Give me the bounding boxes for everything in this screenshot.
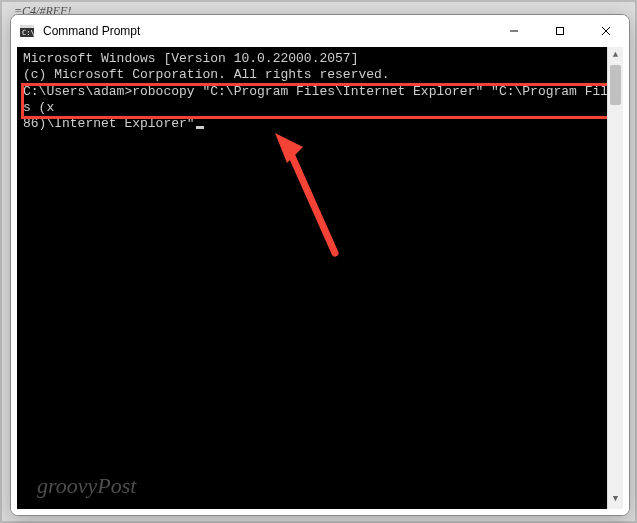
scrollbar[interactable]: ▲ ▼ — [607, 47, 623, 509]
svg-text:C:\: C:\ — [22, 29, 35, 37]
annotation-arrow-icon — [273, 133, 353, 263]
cursor-icon — [196, 126, 204, 129]
window-title: Command Prompt — [43, 24, 491, 38]
watermark: groovyPost — [37, 472, 136, 500]
terminal-line: (c) Microsoft Corporation. All rights re… — [23, 67, 617, 83]
svg-line-8 — [287, 145, 335, 253]
scroll-track[interactable] — [608, 65, 623, 491]
terminal-line: Microsoft Windows [Version 10.0.22000.20… — [23, 51, 617, 67]
terminal-command-line: 86)\Internet Explorer" — [23, 116, 617, 132]
close-button[interactable] — [583, 15, 629, 47]
minimize-button[interactable] — [491, 15, 537, 47]
cmd-icon: C:\ — [19, 23, 35, 39]
titlebar[interactable]: C:\ Command Prompt — [11, 15, 629, 47]
scroll-down-button[interactable]: ▼ — [608, 491, 623, 509]
terminal-command-line: C:\Users\adam>robocopy "C:\Program Files… — [23, 84, 617, 117]
svg-rect-4 — [557, 28, 564, 35]
window-controls — [491, 15, 629, 47]
svg-rect-1 — [20, 25, 34, 28]
scroll-up-button[interactable]: ▲ — [608, 47, 623, 65]
scroll-thumb[interactable] — [610, 65, 621, 105]
svg-marker-9 — [275, 133, 303, 163]
command-prompt-window: C:\ Command Prompt Microsoft Windows [Ve… — [10, 14, 630, 516]
terminal-output[interactable]: Microsoft Windows [Version 10.0.22000.20… — [17, 47, 623, 509]
maximize-button[interactable] — [537, 15, 583, 47]
